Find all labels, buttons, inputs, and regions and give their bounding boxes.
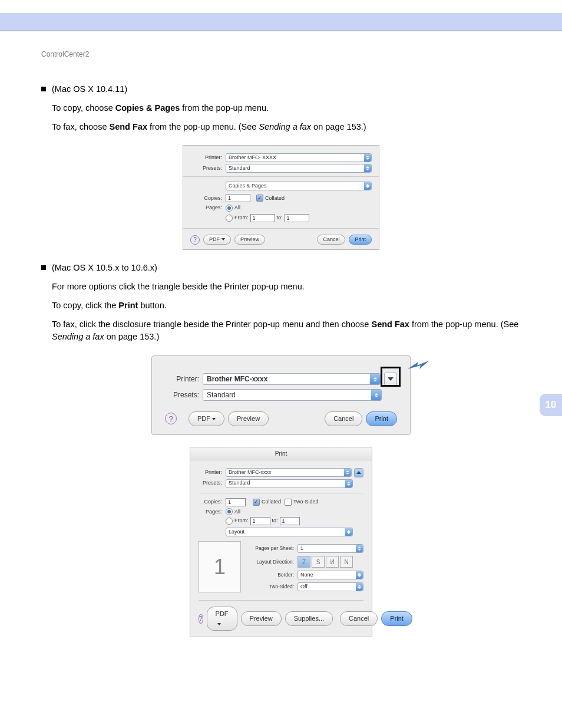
preview-button[interactable]: Preview — [234, 235, 265, 245]
dropdown-arrows-icon — [356, 545, 363, 552]
twosided-label: Two-Sided — [293, 498, 319, 506]
callout-highlight — [381, 367, 401, 387]
layout-dir-1[interactable]: Z — [297, 556, 310, 568]
pages-per-sheet-label: Pages per Sheet: — [248, 545, 297, 552]
heading-text: (Mac OS X 10.5.x to 10.6.x) — [52, 263, 157, 272]
chevron-down-icon — [222, 238, 225, 241]
collated-checkbox[interactable]: ✓ — [253, 499, 260, 506]
twosided-select[interactable]: Off — [297, 582, 363, 591]
layout-dir-2[interactable]: S — [312, 556, 325, 568]
pages-range-radio[interactable] — [226, 215, 233, 222]
pages-all-radio[interactable] — [226, 205, 233, 212]
preview-button[interactable]: Preview — [228, 411, 269, 426]
layout-dir-4[interactable]: N — [340, 556, 353, 568]
help-icon[interactable]: ? — [199, 614, 203, 624]
heading-text: (Mac OS X 10.4.11) — [52, 84, 127, 94]
section2-p2: To copy, click the Print button. — [52, 299, 521, 312]
dropdown-arrows-icon — [356, 571, 363, 579]
chevron-down-icon — [212, 418, 216, 420]
pdf-button[interactable]: PDF — [203, 235, 231, 245]
presets-label: Presets: — [165, 390, 203, 400]
pages-all-radio[interactable] — [226, 508, 233, 515]
presets-label: Presets: — [199, 479, 226, 487]
cancel-button[interactable]: Cancel — [340, 611, 378, 626]
dropdown-arrows-icon — [364, 182, 371, 190]
print-dialog-mac105-expanded: Print Printer: Brother MFC-xxxx Presets:… — [190, 447, 372, 638]
border-select[interactable]: None — [297, 571, 363, 579]
to-input[interactable]: 1 — [285, 214, 309, 222]
section2-p3: To fax, click the disclosure triangle be… — [52, 318, 521, 344]
cancel-button[interactable]: Cancel — [325, 411, 362, 426]
pdf-button[interactable]: PDF — [189, 411, 224, 426]
preview-button[interactable]: Preview — [241, 611, 282, 626]
printer-select[interactable]: Brother MFC- XXXX — [226, 153, 372, 162]
dropdown-arrows-icon — [356, 583, 363, 591]
help-icon[interactable]: ? — [190, 235, 200, 245]
twosided-checkbox[interactable] — [285, 499, 292, 506]
square-bullet-icon — [41, 87, 46, 91]
from-label: From: — [234, 517, 249, 525]
svg-marker-0 — [408, 361, 429, 369]
section1-p1: To copy, choose Copies & Pages from the … — [52, 102, 521, 115]
supplies-button[interactable]: Supplies... — [285, 611, 333, 626]
layout-dir-3[interactable]: И — [326, 556, 339, 568]
to-label: to: — [272, 517, 278, 525]
dropdown-arrows-icon — [364, 154, 371, 162]
chevron-down-icon — [217, 623, 221, 625]
from-input[interactable]: 1 — [250, 214, 275, 222]
twosided-select-label: Two-Sided: — [248, 583, 297, 591]
pages-range-radio[interactable] — [226, 518, 233, 525]
print-button[interactable]: Print — [381, 611, 412, 626]
section-select[interactable]: Layout — [226, 528, 353, 536]
presets-select[interactable]: Standard — [226, 164, 372, 173]
dropdown-arrows-icon — [371, 390, 381, 400]
from-label: From: — [234, 214, 249, 222]
print-dialog-mac105-compact: Printer: Brother MFC-xxxx Presets: Stand… — [151, 355, 411, 435]
printer-label: Printer: — [190, 154, 226, 162]
chapter-tab: 10 — [540, 394, 562, 416]
section2-p1: For more options click the triangle besi… — [52, 281, 521, 294]
pages-label: Pages: — [199, 508, 226, 516]
pages-all-label: All — [234, 204, 240, 212]
border-label: Border: — [248, 571, 297, 579]
presets-label: Presets: — [190, 164, 226, 173]
section-select[interactable]: Copies & Pages — [226, 182, 372, 190]
to-input[interactable]: 1 — [280, 517, 300, 525]
cancel-button[interactable]: Cancel — [317, 235, 345, 245]
presets-select[interactable]: Standard — [203, 389, 382, 401]
print-dialog-mac104: Printer: Brother MFC- XXXX Presets: Stan… — [183, 145, 379, 250]
layout-direction-label: Layout Direction: — [248, 558, 297, 566]
print-button[interactable]: Print — [366, 411, 397, 426]
callout-arrow-icon — [408, 360, 429, 373]
copies-input[interactable]: 1 — [226, 194, 250, 202]
print-button[interactable]: Print — [349, 235, 372, 245]
pages-label: Pages: — [190, 204, 226, 212]
breadcrumb: ControlCenter2 — [41, 49, 521, 60]
to-label: to: — [277, 214, 283, 222]
page-preview: 1 — [199, 541, 241, 592]
header-band — [0, 13, 562, 31]
dropdown-arrows-icon — [344, 469, 351, 476]
printer-label: Printer: — [165, 374, 203, 384]
section1-p2: To fax, choose Send Fax from the pop-up … — [52, 121, 521, 134]
copies-label: Copies: — [199, 498, 226, 506]
pdf-button[interactable]: PDF — [207, 607, 237, 631]
from-input[interactable]: 1 — [250, 517, 270, 525]
help-icon[interactable]: ? — [165, 413, 177, 424]
square-bullet-icon — [41, 265, 46, 270]
disclosure-up-button[interactable] — [354, 468, 363, 477]
copies-input[interactable]: 1 — [226, 498, 246, 506]
dropdown-arrows-icon — [345, 528, 352, 536]
collated-label: Collated — [262, 498, 281, 506]
dropdown-arrows-icon — [370, 374, 380, 384]
pages-per-sheet-select[interactable]: 1 — [297, 544, 363, 553]
collated-checkbox[interactable]: ✓ — [256, 195, 263, 202]
dialog-title: Print — [190, 447, 372, 460]
copies-label: Copies: — [190, 195, 226, 203]
dropdown-arrows-icon — [345, 480, 352, 487]
section-heading-2: (Mac OS X 10.5.x to 10.6.x) — [41, 262, 521, 275]
printer-select[interactable]: Brother MFC-xxxx — [226, 468, 352, 477]
presets-select[interactable]: Standard — [226, 479, 353, 488]
printer-select[interactable]: Brother MFC-xxxx — [203, 373, 381, 385]
printer-label: Printer: — [199, 469, 226, 477]
